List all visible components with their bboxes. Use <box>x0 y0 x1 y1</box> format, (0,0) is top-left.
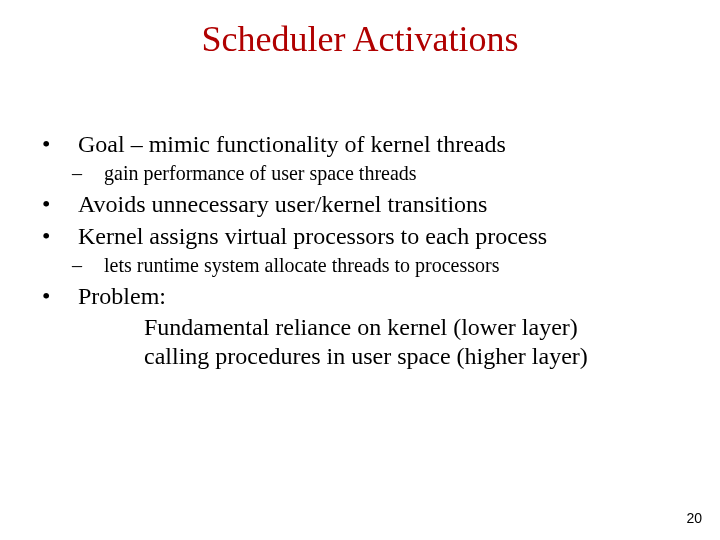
bullet-problem-label: Problem: <box>78 283 166 309</box>
slide-content: • Goal – mimic functionality of kernel t… <box>0 130 720 372</box>
bullet-avoids-text: Avoids unnecessary user/kernel transitio… <box>78 191 487 217</box>
bullet-icon: • <box>60 222 78 251</box>
problem-line-1: Fundamental reliance on kernel (lower la… <box>78 313 680 342</box>
bullet-goal-text: Goal – mimic functionality of kernel thr… <box>78 131 506 157</box>
slide-title: Scheduler Activations <box>0 0 720 130</box>
subbullet-goal: – gain performance of user space threads <box>78 161 680 186</box>
subbullet-goal-text: gain performance of user space threads <box>104 162 417 184</box>
dash-icon: – <box>88 161 104 186</box>
bullet-kernel-assigns: • Kernel assigns virtual processors to e… <box>78 222 680 251</box>
dash-icon: – <box>88 253 104 278</box>
subbullet-kernel-assigns: – lets runtime system allocate threads t… <box>78 253 680 278</box>
bullet-icon: • <box>60 282 78 311</box>
bullet-icon: • <box>60 130 78 159</box>
bullet-goal: • Goal – mimic functionality of kernel t… <box>78 130 680 159</box>
problem-line-2: calling procedures in user space (higher… <box>78 342 680 371</box>
page-number: 20 <box>686 510 702 526</box>
subbullet-kernel-assigns-text: lets runtime system allocate threads to … <box>104 254 499 276</box>
slide: Scheduler Activations • Goal – mimic fun… <box>0 0 720 540</box>
bullet-avoids: • Avoids unnecessary user/kernel transit… <box>78 190 680 219</box>
bullet-icon: • <box>60 190 78 219</box>
bullet-kernel-assigns-text: Kernel assigns virtual processors to eac… <box>78 223 547 249</box>
bullet-problem: • Problem: <box>78 282 680 311</box>
